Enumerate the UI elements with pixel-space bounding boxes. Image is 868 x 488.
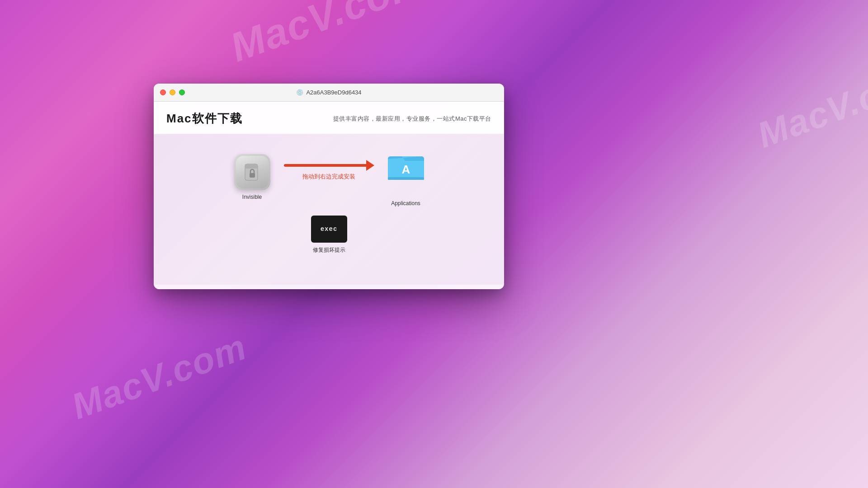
- header-strip: Mac软件下载 提供丰富内容，最新应用，专业服务，一站式Mac下载平台: [154, 102, 504, 134]
- svg-rect-5: [388, 177, 424, 180]
- app-name-label: Invisible: [242, 194, 262, 200]
- arrow-shaft: [284, 164, 366, 167]
- app-icon-inner: [236, 156, 269, 188]
- exec-icon[interactable]: exec: [311, 216, 347, 243]
- titlebar: 💿 A2a6A3B9eD9d6434: [154, 84, 504, 102]
- traffic-lights: [154, 89, 185, 95]
- app-icon-svg: [242, 162, 262, 182]
- brand-name: Mac软件下载: [166, 111, 243, 127]
- svg-rect-1: [245, 164, 258, 169]
- window-title: 💿 A2a6A3B9eD9d6434: [296, 89, 361, 96]
- arrow-label: 拖动到右边完成安装: [302, 173, 355, 181]
- exec-text: exec: [321, 225, 338, 233]
- disk-icon: 💿: [296, 89, 303, 96]
- app-icon[interactable]: [234, 154, 270, 190]
- window-content: Mac软件下载 提供丰富内容，最新应用，专业服务，一站式Mac下载平台: [154, 102, 504, 289]
- folder-svg: A: [388, 150, 424, 182]
- close-button[interactable]: [160, 89, 166, 95]
- applications-icon[interactable]: A: [388, 148, 424, 184]
- dmg-window: 💿 A2a6A3B9eD9d6434 Mac软件下载 提供丰富内容，最新应用，专…: [154, 84, 504, 289]
- exec-container: exec 修复损坏提示: [311, 216, 347, 254]
- brand-description: 提供丰富内容，最新应用，专业服务，一站式Mac下载平台: [333, 115, 491, 123]
- window-title-text: A2a6A3B9eD9d6434: [306, 89, 361, 96]
- arrow-line: [284, 161, 374, 170]
- exec-label: 修复损坏提示: [313, 246, 345, 254]
- install-row: Invisible 拖动到右边完成安装: [234, 148, 424, 206]
- install-area: Invisible 拖动到右边完成安装: [154, 134, 504, 285]
- svg-rect-2: [250, 173, 255, 178]
- arrow-head: [366, 160, 374, 171]
- minimize-button[interactable]: [170, 89, 175, 95]
- applications-folder-container: A Applications: [388, 148, 424, 206]
- app-icon-container: Invisible: [234, 154, 270, 200]
- maximize-button[interactable]: [179, 89, 185, 95]
- applications-label: Applications: [391, 200, 420, 206]
- svg-text:A: A: [401, 163, 410, 176]
- arrow-container: 拖动到右边完成安装: [284, 161, 374, 181]
